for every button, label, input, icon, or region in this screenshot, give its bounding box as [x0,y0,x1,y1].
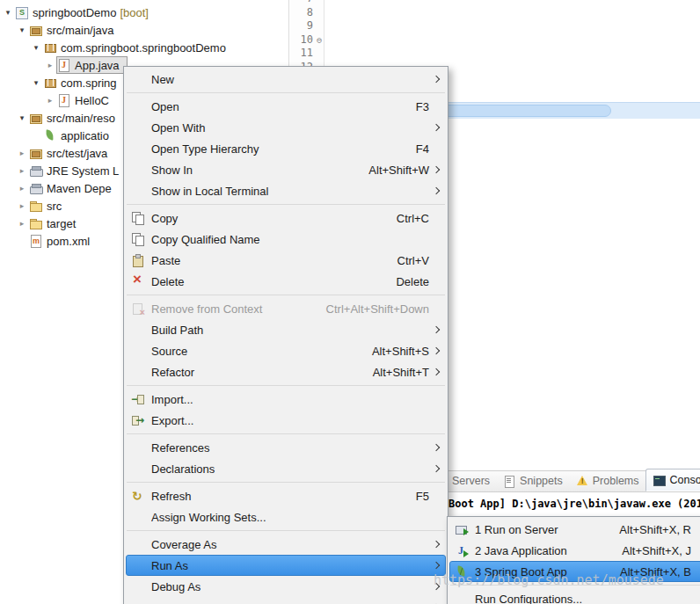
menu-item[interactable] [449,582,700,588]
tree-expand-icon[interactable] [44,96,56,105]
tree-item-label: pom.xml [47,235,90,248]
menu-item-icon [455,592,469,604]
submenu-arrow-icon [429,327,441,332]
submenu-arrow-icon [429,306,441,311]
tree-expand-icon[interactable] [30,78,42,87]
tree-expand-icon[interactable] [16,219,28,228]
menu-item[interactable]: 3 Spring Boot App Alt+Shift+X, B [449,561,700,582]
menu-item-icon [131,163,145,177]
tree-item[interactable]: springbootDemo [boot] [0,4,288,21]
menu-item[interactable]: Open With [126,117,446,138]
menu-item-label: Paste [151,254,380,267]
source-folder-icon [29,111,43,125]
submenu-arrow-icon [429,493,441,498]
delete-icon [131,274,145,288]
tree-expand-icon[interactable] [16,149,28,157]
tree-item-selection: src [28,197,69,215]
tree-item-selection: src/main/reso [28,109,123,127]
menu-item[interactable] [126,201,446,207]
tab-label: Snippets [520,475,563,487]
tree-expand-icon[interactable] [30,43,42,52]
tab-problems[interactable]: Problems [569,470,645,491]
tree-expand-icon[interactable] [16,201,28,210]
tree-item[interactable]: com.springboot.springbootDemo [0,39,288,56]
menu-item[interactable]: Assign Working Sets... [126,506,446,528]
tree-expand-icon[interactable] [16,166,28,175]
scrollbar-thumb[interactable] [421,105,611,117]
menu-item[interactable]: References [126,437,446,458]
menu-item[interactable]: Show In Alt+Shift+W [126,159,446,180]
tree-item-label: App.java [75,59,120,72]
menu-item-label: Profile As [151,601,412,604]
menu-item[interactable]: Debug As [126,576,446,597]
menu-item-label: Run As [151,559,412,572]
tree-item-selection: applicatio [42,127,117,144]
remove-from-context-icon [131,302,145,316]
menu-item-icon [131,323,145,337]
menu-item[interactable]: Coverage As [126,534,446,555]
menu-item[interactable]: Paste Ctrl+V [126,250,446,271]
tree-item-selection: JRE System L [28,162,127,179]
menu-item[interactable]: Profile As [126,597,446,604]
menu-item[interactable]: Copy Ctrl+C [126,207,446,229]
tree-expand-icon[interactable] [16,25,28,34]
menu-item[interactable]: Export... [126,410,446,431]
menu-item[interactable] [126,382,446,389]
menu-item-icon [131,365,145,379]
tab-snippets[interactable]: Snippets [496,470,569,491]
submenu-arrow-icon [429,76,441,82]
menu-item[interactable]: Copy Qualified Name [126,229,446,250]
submenu-arrow-icon [429,514,441,520]
package-icon [43,40,57,55]
menu-item-label: Export... [151,414,412,427]
submenu-arrow-icon [429,348,441,353]
menu-item[interactable]: Source Alt+Shift+S [126,340,446,361]
menu-item[interactable] [126,528,446,534]
menu-item[interactable]: Delete Delete [126,271,446,292]
menu-item-icon [131,184,145,198]
menu-item-icon [131,99,145,113]
tree-expand-icon[interactable] [16,184,28,193]
menu-item-label: Show in Local Terminal [151,185,412,198]
tree-item-decorator: [boot] [120,6,149,19]
menu-item-label: 2 Java Application [475,544,604,557]
menu-item[interactable]: Show in Local Terminal [126,180,446,201]
console-icon [653,473,667,487]
menu-item[interactable]: 1 Run on Server Alt+Shift+X, R [449,519,700,540]
tree-item-selection: pom.xml [28,232,98,250]
menu-item-label: References [151,441,412,455]
submenu-arrow-icon [691,569,700,574]
tab-console[interactable]: Console [645,469,700,491]
menu-item[interactable]: Refactor Alt+Shift+T [126,361,446,382]
menu-item[interactable]: Refresh F5 [126,485,446,506]
copy-icon [131,211,145,225]
menu-item[interactable] [126,90,446,96]
menu-item[interactable]: New [126,69,446,90]
menu-item[interactable]: 2 Java Application Alt+Shift+X, J [449,540,700,561]
menu-item[interactable]: Run As [126,555,446,576]
export-icon [131,413,145,427]
tree-expand-icon[interactable] [44,61,56,69]
menu-item[interactable]: Build Path [126,319,446,340]
menu-item-label: Delete [151,275,378,288]
tree-expand-icon[interactable] [16,113,28,122]
source-folder-icon [29,23,43,37]
menu-item[interactable]: Open Type Hierarchy F4 [126,138,446,159]
submenu-arrow-icon [429,542,441,547]
menu-item[interactable] [126,292,446,298]
fold-marker-icon[interactable]: ⊖ [313,33,325,47]
menu-item[interactable]: Declarations [126,458,446,479]
java-file-icon [57,93,71,107]
menu-item[interactable] [126,479,446,485]
menu-item[interactable]: Open F3 [126,96,446,117]
tree-item-label: src/test/java [47,147,107,160]
submenu-arrow-icon [429,563,441,568]
menu-item[interactable]: Remove from Context Ctrl+Alt+Shift+Down [126,298,446,319]
refresh-icon [131,489,145,503]
tree-item[interactable]: src/main/java [0,21,288,39]
tree-expand-icon[interactable] [2,8,14,17]
menu-item-shortcut: F3 [416,100,429,113]
menu-item[interactable] [126,431,446,437]
menu-item[interactable]: Run Configurations... [449,588,700,604]
menu-item[interactable]: Import... [126,389,446,410]
